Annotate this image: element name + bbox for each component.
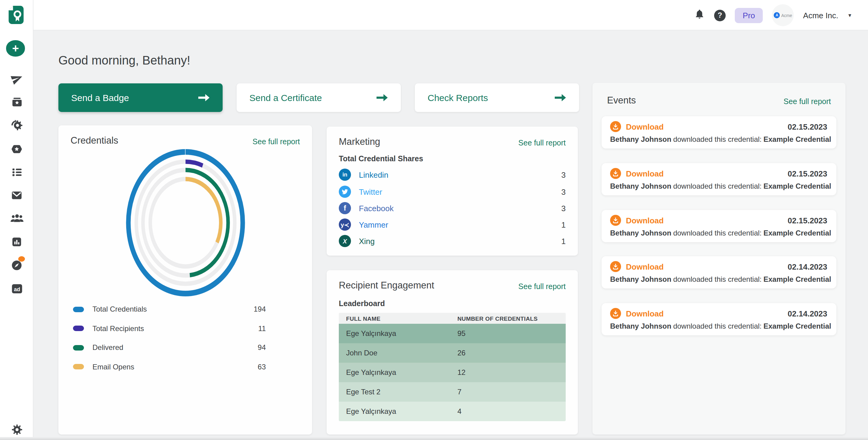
hexagon-star-icon[interactable] [0, 143, 33, 155]
bottom-edge [0, 437, 868, 440]
people-icon[interactable] [0, 213, 33, 223]
xing-link[interactable]: Xing [359, 236, 375, 245]
ad-icon[interactable]: ad [0, 283, 33, 295]
twitter-icon [339, 186, 351, 198]
avatar-logo-icon: A [774, 12, 780, 18]
yammer-icon: y≺ [339, 218, 351, 231]
create-plus-button[interactable]: + [6, 40, 25, 57]
events-card: Events See full report Download 02.15.20… [592, 83, 845, 435]
plan-badge[interactable]: Pro [735, 8, 763, 23]
credentials-ring-chart [122, 144, 249, 302]
envelope-icon[interactable] [0, 189, 33, 201]
bell-icon[interactable] [694, 8, 705, 23]
app-logo-icon[interactable] [8, 5, 24, 27]
notification-dot [18, 256, 25, 262]
share-row-linkedin: in Linkedin 3 [339, 166, 566, 183]
legend-item: Total Credentials 194 [73, 303, 266, 315]
inbox-star-icon[interactable] [0, 96, 33, 108]
event-date: 02.15.2023 [788, 122, 827, 131]
engagement-card: Recipient Engagement See full report Lea… [327, 270, 578, 435]
svg-text:ad: ad [14, 286, 20, 292]
event-item: Download 02.15.2023 Bethany Johnsondownl… [601, 210, 836, 242]
linkedin-icon: in [339, 169, 351, 181]
legend-swatch [73, 326, 84, 331]
legend-swatch [73, 364, 84, 370]
leaderboard-table: FULL NAME NUMBER OF CREDENTIALS Ege Yalç… [339, 313, 566, 421]
download-icon [610, 168, 621, 179]
download-icon [610, 261, 621, 272]
marketing-title: Marketing [339, 136, 380, 147]
linkedin-link[interactable]: Linkedin [359, 170, 389, 179]
settings-gear-icon[interactable] [0, 423, 33, 436]
event-date: 02.15.2023 [788, 169, 827, 178]
org-avatar[interactable]: A Acme [772, 4, 794, 26]
event-action: Download [626, 309, 663, 318]
event-action: Download [626, 169, 663, 178]
legend-item: Total Recipients 11 [73, 322, 266, 334]
compass-icon[interactable] [0, 259, 33, 271]
yammer-link[interactable]: Yammer [359, 220, 388, 229]
send-badge-button[interactable]: Send a Badge [58, 83, 223, 112]
share-row-xing: X Xing 1 [339, 233, 566, 250]
share-row-facebook: f Facebook 3 [339, 200, 566, 217]
download-icon [610, 215, 621, 226]
legend-swatch [73, 306, 84, 312]
send-certificate-button[interactable]: Send a Certificate [237, 83, 401, 112]
marketing-subtitle: Total Credential Shares [339, 154, 423, 163]
org-name[interactable]: Acme Inc. [803, 11, 838, 20]
engagement-title: Recipient Engagement [339, 280, 434, 291]
bar-chart-icon[interactable] [0, 236, 33, 248]
list-icon[interactable] [0, 166, 33, 178]
event-description: Bethany Johnsondownloaded this credentia… [610, 275, 833, 284]
topbar-actions: ? Pro A Acme Acme Inc. ▼ [694, 0, 852, 30]
table-row: Ege Yalçınkaya 95 [339, 324, 566, 343]
events-title: Events [607, 95, 636, 106]
event-description: Bethany Johnsondownloaded this credentia… [610, 182, 833, 190]
credentials-title: Credentials [70, 135, 118, 146]
event-item: Download 02.14.2023 Bethany Johnsondownl… [601, 256, 836, 289]
send-icon[interactable] [0, 72, 33, 85]
event-action: Download [626, 122, 663, 131]
legend-swatch [73, 345, 84, 350]
table-row: Ege Yalçınkaya 4 [339, 402, 566, 421]
page-greeting: Good morning, Bethany! [58, 54, 190, 67]
leaderboard-subtitle: Leaderboard [339, 299, 385, 308]
twitter-link[interactable]: Twitter [359, 187, 382, 196]
events-report-link[interactable]: See full report [783, 97, 831, 106]
sidebar: + [0, 0, 33, 440]
arrow-right-icon [198, 94, 210, 101]
legend-item: Email Opens 63 [73, 360, 266, 373]
arrow-right-icon [376, 94, 388, 101]
check-reports-button[interactable]: Check Reports [415, 83, 579, 112]
event-item: Download 02.15.2023 Bethany Johnsondownl… [601, 116, 836, 148]
share-row-yammer: y≺ Yammer 1 [339, 216, 566, 233]
share-row-twitter: Twitter 3 [339, 183, 566, 200]
event-date: 02.14.2023 [788, 309, 827, 318]
engagement-report-link[interactable]: See full report [518, 283, 566, 291]
event-item: Download 02.14.2023 Bethany Johnsondownl… [601, 303, 836, 335]
event-description: Bethany Johnsondownloaded this credentia… [610, 322, 833, 330]
dashboard-page: + [0, 0, 868, 440]
table-row: John Doe 26 [339, 343, 566, 363]
leaderboard-header: FULL NAME NUMBER OF CREDENTIALS [339, 313, 566, 324]
arrow-right-icon [554, 94, 566, 101]
marketing-card: Marketing See full report Total Credenti… [327, 126, 578, 256]
topbar: ? Pro A Acme Acme Inc. ▼ [33, 0, 868, 30]
marketing-report-link[interactable]: See full report [518, 139, 566, 147]
legend-item: Delivered 94 [73, 342, 266, 354]
help-icon[interactable]: ? [714, 9, 726, 21]
credentials-card: Credentials See full report Total Creden… [58, 125, 312, 435]
caret-down-icon[interactable]: ▼ [847, 12, 852, 18]
download-icon [610, 308, 621, 319]
xing-icon: X [339, 235, 351, 247]
event-action: Download [626, 216, 663, 225]
event-item: Download 02.15.2023 Bethany Johnsondownl… [601, 163, 836, 195]
event-date: 02.15.2023 [788, 216, 827, 225]
gear-sync-icon[interactable] [0, 119, 33, 131]
credentials-report-link[interactable]: See full report [252, 138, 300, 146]
facebook-link[interactable]: Facebook [359, 204, 394, 213]
table-row: Ege Yalçınkaya 12 [339, 363, 566, 382]
facebook-icon: f [339, 202, 351, 214]
event-date: 02.14.2023 [788, 262, 827, 271]
event-action: Download [626, 262, 663, 271]
